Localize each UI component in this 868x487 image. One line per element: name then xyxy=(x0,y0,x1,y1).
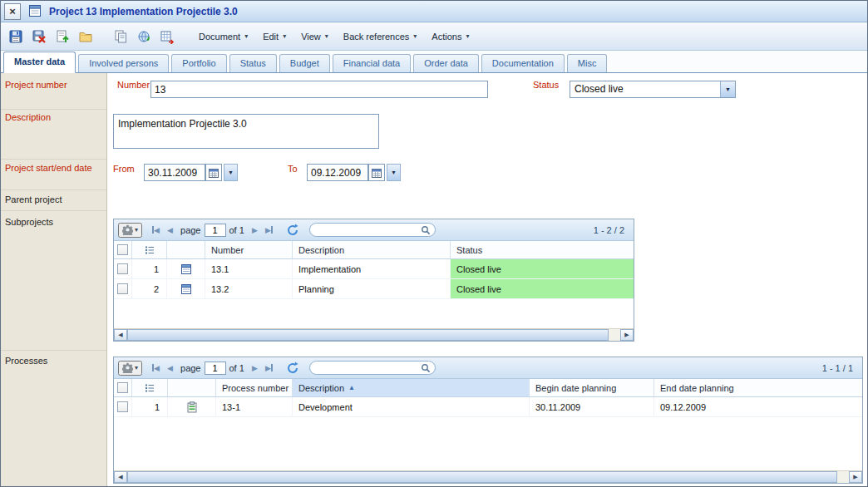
tab-misc[interactable]: Misc xyxy=(567,54,608,72)
horizontal-scrollbar[interactable]: ◀ ▶ xyxy=(114,470,862,483)
menu-view[interactable]: View ▾ xyxy=(293,28,336,45)
next-page-button[interactable]: ▶ xyxy=(248,223,262,237)
to-dropdown-button[interactable]: ▼ xyxy=(387,164,401,181)
menu-edit[interactable]: Edit ▾ xyxy=(255,28,293,45)
sync-button[interactable] xyxy=(133,26,154,47)
from-date-input[interactable] xyxy=(144,164,205,181)
column-header-process-number[interactable]: Process number xyxy=(216,379,293,396)
refresh-button[interactable] xyxy=(284,360,302,376)
first-page-button[interactable]: ◀ xyxy=(149,361,163,375)
menu-back-references[interactable]: Back references ▾ xyxy=(336,28,425,45)
tab-order-data[interactable]: Order data xyxy=(413,54,479,72)
menu-label: Actions xyxy=(432,32,461,42)
process-row[interactable]: 1 13-1 Development 30.11.2009 09.12.2009 xyxy=(114,397,862,417)
close-button[interactable]: × xyxy=(4,3,21,20)
scroll-left-button[interactable]: ◀ xyxy=(114,471,127,483)
sort-asc-icon: ▲ xyxy=(348,384,355,391)
from-calendar-button[interactable] xyxy=(205,164,222,181)
refresh-button[interactable] xyxy=(284,222,302,238)
tab-budget[interactable]: Budget xyxy=(279,54,330,72)
subproject-row[interactable]: 2 13.2 Planning Closed live xyxy=(114,279,634,299)
tab-status[interactable]: Status xyxy=(229,54,277,72)
search-input[interactable] xyxy=(317,362,421,373)
delete-button[interactable] xyxy=(28,26,49,47)
prev-page-button[interactable]: ◀ xyxy=(163,223,177,237)
chevron-down-icon: ▼ xyxy=(228,170,234,175)
column-header-end-date[interactable]: End date planning xyxy=(654,379,862,396)
row-list-icon xyxy=(145,245,155,255)
close-icon: × xyxy=(9,5,16,17)
last-page-button[interactable]: ▶ xyxy=(262,361,276,375)
tab-portfolio[interactable]: Portfolio xyxy=(171,54,226,72)
column-header-number[interactable]: Number xyxy=(205,241,293,258)
grid-menu-button[interactable]: ▾ xyxy=(118,361,142,376)
menu-document[interactable]: Document ▾ xyxy=(191,28,255,45)
application-window: × Project 13 Implementation Projectile 3… xyxy=(0,0,868,487)
last-page-button[interactable]: ▶ xyxy=(262,223,276,237)
window-title: Project 13 Implementation Projectile 3.0 xyxy=(49,6,238,17)
status-dropdown-button[interactable]: ▼ xyxy=(720,81,735,97)
prev-page-button[interactable]: ◀ xyxy=(163,361,177,375)
chevron-down-icon: ▼ xyxy=(391,170,397,175)
arrow-left-icon: ◀ xyxy=(167,364,173,372)
arrow-right-icon: ▶ xyxy=(265,226,271,234)
page-input[interactable] xyxy=(205,362,226,375)
scroll-left-button[interactable]: ◀ xyxy=(114,329,127,341)
arrow-left-icon: ◀ xyxy=(154,226,160,234)
column-header-description[interactable]: Description xyxy=(293,241,451,258)
export-table-button[interactable] xyxy=(156,26,177,47)
row-number-header xyxy=(132,241,167,258)
copy-button[interactable] xyxy=(110,26,131,47)
to-calendar-button[interactable] xyxy=(368,164,385,181)
save-button[interactable] xyxy=(5,26,26,47)
open-folder-button[interactable] xyxy=(75,26,96,47)
subproject-row[interactable]: 1 13.1 Implementation Closed live xyxy=(114,259,634,279)
next-page-button[interactable]: ▶ xyxy=(248,361,262,375)
row-checkbox[interactable] xyxy=(117,263,128,274)
grid-menu-button[interactable]: ▾ xyxy=(118,223,142,238)
column-header-begin-date[interactable]: Begin date planning xyxy=(530,379,654,396)
to-date-input[interactable] xyxy=(307,164,368,181)
scroll-right-button[interactable]: ▶ xyxy=(620,329,634,341)
sync-globe-icon xyxy=(136,29,151,44)
grid-search-box xyxy=(309,361,436,375)
search-icon xyxy=(421,363,431,373)
tab-documentation[interactable]: Documentation xyxy=(481,54,565,72)
select-all-checkbox[interactable] xyxy=(117,382,128,393)
from-dropdown-button[interactable]: ▼ xyxy=(224,164,238,181)
subprojects-grid: ▾ ◀ ◀ page of 1 ▶ ▶ 1 - 2 / xyxy=(113,219,634,342)
label-to: To xyxy=(288,164,298,174)
label-start-end-date: Project start/end date xyxy=(5,163,92,173)
chevron-down-icon: ▾ xyxy=(413,32,417,40)
row-checkbox[interactable] xyxy=(117,283,128,294)
column-label: Status xyxy=(456,245,482,255)
scrollbar-thumb[interactable] xyxy=(127,329,609,341)
chevron-down-icon: ▾ xyxy=(135,364,138,371)
grid-search-box xyxy=(309,223,436,237)
horizontal-scrollbar[interactable]: ◀ ▶ xyxy=(114,328,634,341)
row-separator xyxy=(1,350,106,351)
tab-financial-data[interactable]: Financial data xyxy=(333,54,412,72)
tab-master-data[interactable]: Master data xyxy=(3,52,76,73)
row-number-header xyxy=(132,379,168,396)
select-all-checkbox[interactable] xyxy=(117,244,128,255)
calendar-icon xyxy=(209,168,219,178)
status-select[interactable]: Closed live ▼ xyxy=(570,81,736,98)
row-checkbox[interactable] xyxy=(117,401,128,412)
search-input[interactable] xyxy=(317,224,421,235)
project-number-input[interactable] xyxy=(150,81,488,98)
scroll-right-button[interactable]: ▶ xyxy=(849,471,862,483)
scrollbar-thumb[interactable] xyxy=(127,471,837,483)
page-input[interactable] xyxy=(205,224,226,237)
column-header-description[interactable]: Description ▲ xyxy=(293,379,530,396)
upload-button[interactable] xyxy=(52,26,72,47)
row-index: 1 xyxy=(132,259,167,278)
toolbar: Document ▾ Edit ▾ View ▾ Back references… xyxy=(1,22,867,51)
first-page-button[interactable]: ◀ xyxy=(149,223,163,237)
column-header-status[interactable]: Status xyxy=(451,241,634,258)
arrow-left-icon: ◀ xyxy=(167,226,173,234)
tab-involved-persons[interactable]: Involved persons xyxy=(78,54,169,72)
description-textarea[interactable]: Implementation Projectile 3.0 xyxy=(113,114,379,149)
menu-actions[interactable]: Actions ▾ xyxy=(424,28,476,45)
bar-icon xyxy=(271,226,273,234)
